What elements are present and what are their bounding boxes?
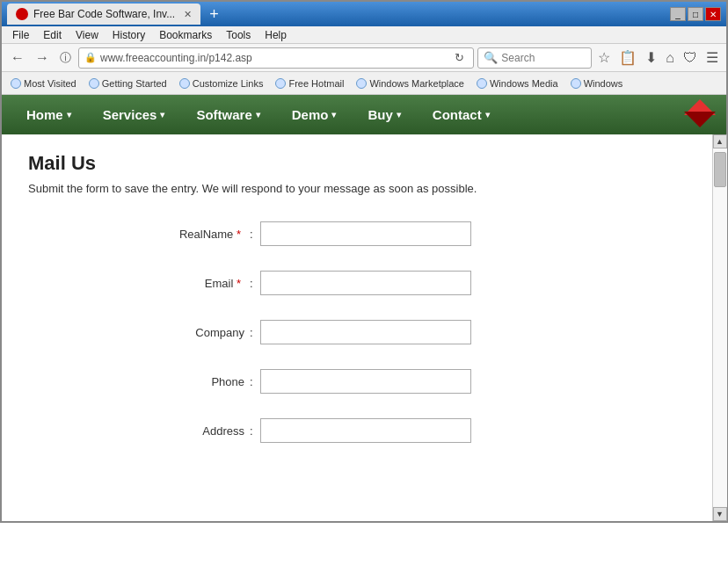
window-controls: _ □ ✕ bbox=[670, 7, 721, 21]
menu-tools[interactable]: Tools bbox=[219, 27, 258, 43]
menu-help[interactable]: Help bbox=[258, 27, 294, 43]
new-tab-button[interactable]: + bbox=[209, 6, 219, 22]
bookmarks-bar: Most Visited Getting Started Customize L… bbox=[2, 72, 726, 95]
required-indicator: * bbox=[233, 228, 241, 241]
scroll-up-arrow[interactable]: ▲ bbox=[713, 134, 727, 148]
address-input[interactable] bbox=[100, 52, 448, 64]
bookmark-windows[interactable]: Windows bbox=[565, 76, 629, 91]
contact-form: RealName * : Email * : Company : bbox=[91, 221, 637, 443]
bookmark-label: Windows Marketplace bbox=[369, 78, 464, 89]
form-row-realname: RealName * : bbox=[91, 221, 637, 246]
bookmark-label: Customize Links bbox=[193, 78, 264, 89]
bookmark-most-visited[interactable]: Most Visited bbox=[5, 76, 82, 91]
search-icon: 🔍 bbox=[484, 51, 498, 64]
input-realname[interactable] bbox=[260, 221, 471, 246]
search-input[interactable] bbox=[501, 52, 589, 64]
scroll-down-arrow[interactable]: ▼ bbox=[713, 507, 727, 521]
colon: : bbox=[250, 375, 253, 388]
nav-software[interactable]: Software ▾ bbox=[180, 100, 275, 129]
input-phone[interactable] bbox=[260, 369, 471, 394]
nav-software-label: Software bbox=[196, 107, 251, 122]
logo-bottom bbox=[684, 112, 716, 127]
bookmark-icon bbox=[275, 78, 286, 89]
nav-software-arrow: ▾ bbox=[256, 110, 260, 120]
forward-button[interactable]: → bbox=[32, 48, 53, 68]
minimize-button[interactable]: _ bbox=[670, 7, 686, 21]
bookmark-getting-started[interactable]: Getting Started bbox=[84, 76, 172, 91]
scroll-track[interactable] bbox=[713, 148, 727, 507]
active-tab[interactable]: Free Bar Code Software, Inv... ✕ bbox=[7, 4, 200, 25]
scrollbar[interactable]: ▲ ▼ bbox=[712, 134, 726, 521]
bookmark-free-hotmail[interactable]: Free Hotmail bbox=[270, 76, 349, 91]
menu-history[interactable]: History bbox=[106, 27, 152, 43]
label-realname: RealName * bbox=[91, 228, 250, 241]
address-bar[interactable]: 🔒 ↻ bbox=[78, 47, 474, 69]
form-row-company: Company : bbox=[91, 320, 637, 344]
page-title: Mail Us bbox=[28, 152, 700, 175]
refresh-button[interactable]: ↻ bbox=[451, 49, 468, 66]
form-row-email: Email * : bbox=[91, 271, 637, 295]
page-body: Mail Us Submit the form to save the entr… bbox=[2, 134, 726, 521]
bookmark-icon bbox=[179, 78, 190, 89]
tab-title: Free Bar Code Software, Inv... bbox=[33, 8, 175, 20]
nav-demo[interactable]: Demo ▾ bbox=[276, 100, 353, 129]
shield-icon[interactable]: 🛡 bbox=[681, 48, 700, 68]
bookmark-label: Free Hotmail bbox=[288, 78, 344, 89]
input-address[interactable] bbox=[260, 418, 471, 443]
required-indicator: * bbox=[233, 277, 241, 290]
bookmark-windows-media[interactable]: Windows Media bbox=[471, 76, 564, 91]
label-company: Company bbox=[91, 326, 250, 339]
form-row-phone: Phone : bbox=[91, 369, 637, 394]
bookmark-label: Windows Media bbox=[490, 78, 558, 89]
main-nav: Home ▾ Services ▾ Software ▾ Demo ▾ Buy … bbox=[2, 95, 726, 134]
bookmark-label: Getting Started bbox=[102, 78, 167, 89]
back-button[interactable]: ← bbox=[7, 48, 28, 68]
search-box[interactable]: 🔍 bbox=[477, 47, 592, 69]
menu-bookmarks[interactable]: Bookmarks bbox=[152, 27, 219, 43]
menu-edit[interactable]: Edit bbox=[36, 27, 69, 43]
nav-buy[interactable]: Buy ▾ bbox=[352, 100, 416, 129]
download-icon[interactable]: ⬇ bbox=[643, 47, 659, 68]
menu-file[interactable]: File bbox=[5, 27, 36, 43]
home-icon[interactable]: ⌂ bbox=[663, 48, 677, 68]
nav-bar: ← → ⓘ 🔒 ↻ 🔍 ☆ 📋 ⬇ ⌂ 🛡 ☰ bbox=[2, 44, 726, 72]
nav-contact[interactable]: Contact ▾ bbox=[417, 100, 506, 129]
nav-demo-label: Demo bbox=[292, 107, 329, 122]
input-email[interactable] bbox=[260, 271, 471, 295]
menu-icon[interactable]: ☰ bbox=[703, 47, 721, 68]
maximize-button[interactable]: □ bbox=[688, 7, 703, 21]
bookmark-icon bbox=[571, 78, 581, 89]
page-subtitle: Submit the form to save the entry. We wi… bbox=[28, 182, 700, 195]
star-icon[interactable]: ☆ bbox=[595, 47, 613, 68]
tab-close-button[interactable]: ✕ bbox=[184, 9, 192, 20]
bookmark-label: Most Visited bbox=[24, 78, 76, 89]
bookmark-windows-marketplace[interactable]: Windows Marketplace bbox=[351, 76, 470, 91]
nav-buy-arrow: ▾ bbox=[397, 110, 401, 120]
info-button[interactable]: ⓘ bbox=[56, 48, 75, 68]
form-row-address: Address : bbox=[91, 418, 637, 443]
browser-window: Free Bar Code Software, Inv... ✕ + _ □ ✕… bbox=[0, 0, 728, 523]
close-button[interactable]: ✕ bbox=[705, 7, 721, 21]
nav-home-arrow: ▾ bbox=[67, 110, 71, 120]
nav-demo-arrow: ▾ bbox=[331, 110, 336, 120]
bookmark-label: Windows bbox=[584, 78, 623, 89]
toolbar-icons: ☆ 📋 ⬇ ⌂ 🛡 ☰ bbox=[595, 47, 721, 68]
bookmark-icon[interactable]: 📋 bbox=[616, 47, 639, 68]
label-email: Email * bbox=[91, 277, 250, 290]
label-address: Address bbox=[91, 424, 250, 438]
colon: : bbox=[250, 424, 253, 438]
bookmark-customize-links[interactable]: Customize Links bbox=[174, 76, 269, 91]
nav-home[interactable]: Home ▾ bbox=[11, 100, 87, 129]
scroll-thumb[interactable] bbox=[714, 152, 726, 187]
nav-home-label: Home bbox=[26, 107, 63, 122]
title-bar: Free Bar Code Software, Inv... ✕ + _ □ ✕ bbox=[2, 2, 726, 26]
menu-bar: File Edit View History Bookmarks Tools H… bbox=[2, 26, 726, 44]
menu-view[interactable]: View bbox=[69, 27, 106, 43]
content-area: Mail Us Submit the form to save the entr… bbox=[2, 134, 726, 521]
input-company[interactable] bbox=[260, 320, 471, 344]
label-phone: Phone bbox=[91, 375, 250, 388]
nav-services[interactable]: Services ▾ bbox=[87, 100, 181, 129]
nav-contact-arrow: ▾ bbox=[485, 110, 490, 120]
bookmark-icon bbox=[477, 78, 487, 89]
nav-contact-label: Contact bbox=[433, 107, 482, 122]
